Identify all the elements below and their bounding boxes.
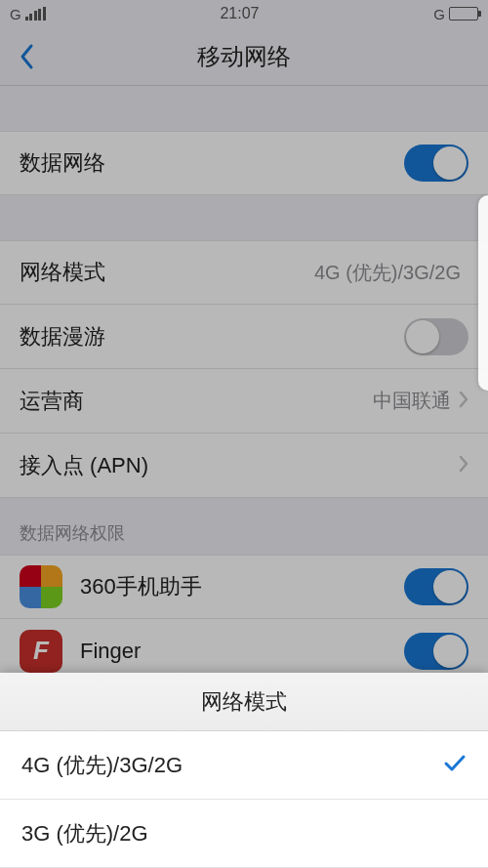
sheet-option-4g-label: 4G (优先)/3G/2G — [21, 751, 183, 780]
checkmark-icon — [443, 753, 467, 778]
sheet-option-3g-label: 3G (优先)/2G — [21, 819, 148, 848]
sheet-title: 网络模式 — [0, 673, 488, 731]
network-mode-sheet: 网络模式 4G (优先)/3G/2G 3G (优先)/2G — [0, 673, 488, 868]
sheet-option-3g[interactable]: 3G (优先)/2G — [0, 800, 488, 868]
edge-grabber[interactable] — [478, 195, 488, 391]
sheet-option-4g[interactable]: 4G (优先)/3G/2G — [0, 731, 488, 800]
